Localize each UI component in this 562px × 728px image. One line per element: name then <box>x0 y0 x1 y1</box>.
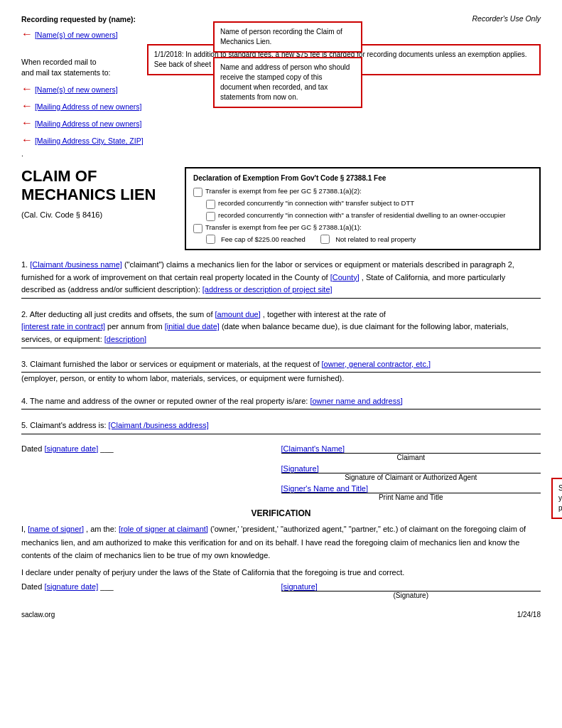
claimants-name-field[interactable]: [Claimant's Name] <box>281 444 345 453</box>
dated-left: Dated [signature date] ___ <box>21 444 255 501</box>
p2-mid-text: , together with interest at the rate of <box>263 310 386 318</box>
dated-row: Dated [signature date] ___ [Claimant's N… <box>21 444 541 501</box>
arrow-icon-3: ← <box>21 97 33 114</box>
callout-address-box: Name and address of person who should re… <box>213 57 362 108</box>
callout-name-box: Name of person recording the Claim of Me… <box>213 21 362 53</box>
p1-address-field[interactable]: [address or description of project site] <box>202 285 333 294</box>
p3-text: Claimant furnished the labor or services… <box>30 360 321 368</box>
mail-field-2[interactable]: [Mailing Address of new owners] <box>35 102 142 111</box>
mail-field-1[interactable]: [Name(s) of new owners] <box>35 85 118 94</box>
exemption-check-1[interactable] <box>193 188 202 197</box>
verification-section: VERIFICATION I, [name of signer] , am th… <box>21 508 541 599</box>
p2-underline <box>21 348 541 348</box>
exemption-check-2[interactable] <box>193 224 202 233</box>
footer-left: saclaw.org <box>21 611 55 619</box>
verification-signature-field[interactable]: [signature] <box>281 582 318 591</box>
mail-field-3[interactable]: [Mailing Address of new owners] <box>35 119 142 128</box>
paragraph-1: 1. [Claimant /business name] ("claimant"… <box>21 259 541 299</box>
signature-date-field[interactable]: [signature date] <box>44 444 98 453</box>
verification-signer-field[interactable]: [name of signer] <box>28 525 84 533</box>
p3-post-text: (employer, person, or entity to whom lab… <box>21 374 344 382</box>
exemption-item-2ab: Fee cap of $225.00 reached Not related t… <box>206 235 532 245</box>
arrow-icon: ← <box>21 26 33 43</box>
p2-mid2-text: per annum from <box>107 322 165 331</box>
p2-amount-field[interactable]: [amount due] <box>215 310 261 318</box>
signer-name-field[interactable]: [Signer's Name and Title] <box>281 484 369 493</box>
p2-text: After deducting all just credits and off… <box>30 310 215 318</box>
signer-name-row: [Signer's Name and Title] Sign again to … <box>281 481 541 493</box>
p5-underline <box>21 434 541 434</box>
p1-county-field[interactable]: [County] <box>330 273 360 282</box>
footer-right: 1/24/18 <box>517 611 541 619</box>
p4-underline <box>21 409 541 410</box>
exemption-check-1a[interactable] <box>206 200 215 209</box>
paragraph-4: 4. The name and address of the owner or … <box>21 395 541 410</box>
exemption-check-1b[interactable] <box>206 212 215 221</box>
exemption-item-2: Transfer is exempt from fee per GC § 273… <box>193 223 532 233</box>
paragraph-5: 5. Claimant's address is: [Claimant /bus… <box>21 419 541 434</box>
declare-text: I declare under penalty of perjury under… <box>21 568 541 577</box>
p1-claimant-field[interactable]: [Claimant /business name] <box>30 260 122 269</box>
code-reference: (Cal. Civ. Code § 8416) <box>21 210 178 219</box>
paragraph-2: 2. After deducting all just credits and … <box>21 309 541 348</box>
exemption-check-2a[interactable] <box>206 235 215 244</box>
arrow-icon-4: ← <box>21 114 33 132</box>
p4-owner-field[interactable]: [owner name and address] <box>310 397 402 405</box>
arrow-icon-2: ← <box>21 80 33 97</box>
sig-right-area: [Claimant's Name] Claimant [Signature] S… <box>281 444 541 501</box>
footer: saclaw.org 1/24/18 <box>21 611 541 619</box>
signature-line: [Signature] <box>281 464 541 473</box>
recording-info: Recording requested by (name): ← [Name(s… <box>21 14 147 160</box>
p2-desc-field[interactable]: [description] <box>104 335 146 343</box>
body-section: 1. [Claimant /business name] ("claimant"… <box>21 259 541 434</box>
dated-label: Dated <box>21 444 42 453</box>
p5-address-field[interactable]: [Claimant /business address] <box>109 421 209 429</box>
exemption-item-1: Transfer is exempt from fee per GC § 273… <box>193 186 532 197</box>
verification-sig-line: [signature] <box>281 582 541 592</box>
claimant-name-line: [Claimant's Name] <box>281 444 541 454</box>
mail-label: When recorded mail to and mail tax state… <box>21 46 147 79</box>
page: Recording requested by (name): ← [Name(s… <box>21 14 541 619</box>
verification-text: I, [name of signer] , am the: [role of s… <box>21 523 541 562</box>
verification-sig-row: Dated [signature date] ___ [signature] (… <box>21 582 541 599</box>
p1-underline <box>21 298 541 299</box>
print-name-label: Print Name and Title <box>281 493 541 501</box>
signer-name-line: [Signer's Name and Title] <box>281 484 541 493</box>
mail-field-4[interactable]: [Mailing Address City, State, ZIP] <box>35 136 144 145</box>
exemption-box: Declaration of Exemption From Gov't Code… <box>185 167 541 250</box>
exemption-item-1b: recorded concurrently "in connection wit… <box>206 210 532 221</box>
claim-title-line1: CLAIM OF MECHANICS LIEN <box>21 167 178 205</box>
p4-text: The name and address of the owner or rep… <box>30 397 310 405</box>
verification-dated-label: Dated <box>21 582 42 591</box>
sig-agent-label: Signature of Claimant or Authorized Agen… <box>281 473 541 481</box>
signature-section: Dated [signature date] ___ [Claimant's N… <box>21 444 541 501</box>
paragraph-3: 3. Claimant furnished the labor or servi… <box>21 358 541 385</box>
sign-callout-box: Sign again to verify the truth of your c… <box>551 478 562 519</box>
claim-title: CLAIM OF MECHANICS LIEN (Cal. Civ. Code … <box>21 167 178 219</box>
p5-text: Claimant's address is: <box>30 421 108 429</box>
p3-owner-field[interactable]: [owner, general contractor, etc.] <box>322 360 431 368</box>
p2-date-field[interactable]: [initial due date] <box>165 322 220 331</box>
verification-date-field[interactable]: [signature date] <box>44 582 98 591</box>
p3-underline <box>21 372 541 373</box>
recording-field[interactable]: [Name(s) of new owners] <box>35 31 118 39</box>
recording-label: Recording requested by (name): <box>21 14 147 26</box>
verification-title: VERIFICATION <box>21 508 541 518</box>
claimant-role-label: Claimant <box>281 454 541 461</box>
exemption-title: Declaration of Exemption From Gov't Code… <box>193 173 532 183</box>
verification-dated: Dated [signature date] ___ <box>21 582 255 599</box>
exemption-item-1a: recorded concurrently "in connection wit… <box>206 198 532 209</box>
verification-sig-label: (Signature) <box>281 592 541 599</box>
verification-role-field[interactable]: [role of signer at claimant] <box>119 525 208 533</box>
exemption-check-2b[interactable] <box>320 235 330 244</box>
arrow-icon-5: ← <box>21 132 33 149</box>
verification-sig-right: [signature] (Signature) <box>281 582 541 599</box>
signature-field[interactable]: [Signature] <box>281 464 319 473</box>
p2-rate-field[interactable]: [interest rate in contract] <box>21 322 105 331</box>
